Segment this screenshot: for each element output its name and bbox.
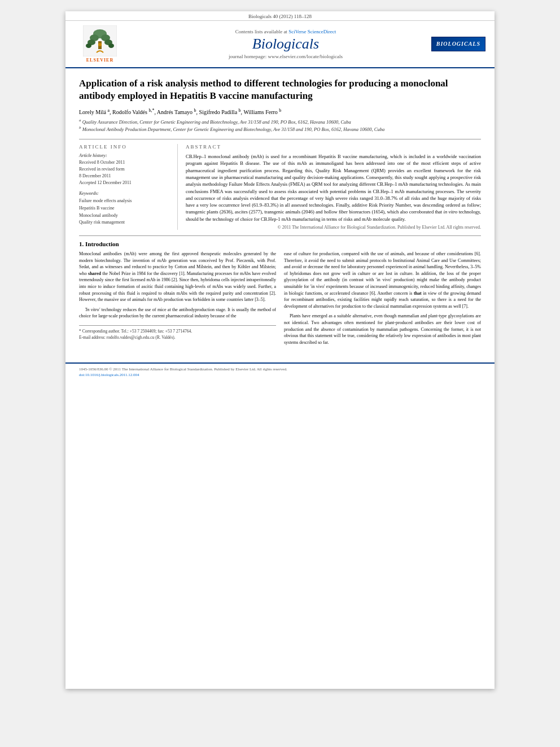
elsevier-label: ELSEVIER — [86, 58, 113, 63]
affiliations: a Quality Assurance Direction, Center fo… — [79, 118, 481, 133]
introduction-section: 1. Introduction Monoclonal antibodies (m… — [79, 235, 481, 349]
received-date: Received 8 October 2011 — [79, 159, 172, 166]
intro-left-col: Monoclonal antibodies (mAb) were among t… — [79, 251, 276, 349]
footer-doi: doi:10.1016/j.biologicals.2011.12.004 — [79, 373, 287, 377]
svg-point-9 — [98, 43, 102, 46]
keyword-3: Monoclonal antibody — [79, 212, 172, 220]
intro-left-text: Monoclonal antibodies (mAb) were among t… — [79, 251, 276, 320]
footnote-section: * Corresponding author. Tel.: +53 7 2504… — [79, 325, 276, 341]
intro-right-text: ease of culture for production, compared… — [284, 251, 481, 346]
sciverse-line: Contents lists available at SciVerse Sci… — [125, 29, 446, 34]
journal-header-right: BIOLOGICALS — [446, 37, 485, 51]
footer-left: 1045-1056/836.00 © 2011 The Internationa… — [79, 367, 287, 377]
journal-homepage: journal homepage: www.elsevier.com/locat… — [125, 54, 446, 59]
journal-header: ELSEVIER Contents lists available at Sci… — [65, 21, 495, 68]
article-info-col: ARTICLE INFO Article history: Received 8… — [79, 144, 178, 230]
article-content: Application of a risk analysis method to… — [65, 68, 495, 358]
journal-header-center: Contents lists available at SciVerse Sci… — [125, 29, 446, 59]
abstract-text: CB.Hep–1 monoclonal antibody (mAb) is us… — [186, 153, 481, 222]
svg-point-7 — [86, 43, 91, 48]
article-info-abstract: ARTICLE INFO Article history: Received 8… — [79, 139, 481, 230]
biologicals-badge: BIOLOGICALS — [431, 37, 485, 51]
history-label: Article history: — [79, 153, 172, 158]
authors-line: Lorely Milá a, Rodolfo Valdés b,*, André… — [79, 108, 481, 115]
article-info-heading: ARTICLE INFO — [79, 144, 172, 150]
footer-issn: 1045-1056/836.00 © 2011 The Internationa… — [79, 367, 287, 373]
footnote-corresponding: * Corresponding author. Tel.: +53 7 2504… — [79, 328, 276, 341]
keyword-2: Hepatitis B vaccine — [79, 205, 172, 212]
article-page: Biologicals 40 (2012) 118–128 — [65, 11, 495, 689]
keyword-4: Quality risk management — [79, 219, 172, 226]
journal-top-bar: Biologicals 40 (2012) 118–128 — [65, 11, 495, 21]
abstract-col: ABSTRACT CB.Hep–1 monoclonal antibody (m… — [186, 144, 481, 230]
intro-heading: 1. Introduction — [79, 241, 481, 247]
sciverse-link[interactable]: SciVerse ScienceDirect — [288, 29, 336, 34]
received-revised-date: Received in revised formReceived in revi… — [79, 166, 172, 180]
elsevier-tree-icon — [83, 25, 117, 56]
intro-right-col: ease of culture for production, compared… — [284, 251, 481, 349]
svg-point-8 — [108, 43, 114, 48]
article-title: Application of a risk analysis method to… — [79, 77, 481, 102]
elsevier-logo: ELSEVIER — [75, 25, 125, 63]
page-footer: 1045-1056/836.00 © 2011 The Internationa… — [65, 362, 495, 381]
keywords-label: Keywords: — [79, 191, 172, 196]
journal-citation: Biologicals 40 (2012) 118–128 — [248, 14, 312, 19]
journal-title-header: Biologicals — [125, 36, 446, 53]
accepted-date: Accepted 12 December 2011 — [79, 180, 172, 186]
keyword-1: Failure mode effects analysis — [79, 198, 172, 205]
copyright-line: © 2011 The International Alliance for Bi… — [186, 225, 481, 230]
introduction-body: Monoclonal antibodies (mAb) were among t… — [79, 251, 481, 349]
abstract-heading: ABSTRACT — [186, 144, 481, 150]
elsevier-logo-container: ELSEVIER — [75, 25, 125, 63]
